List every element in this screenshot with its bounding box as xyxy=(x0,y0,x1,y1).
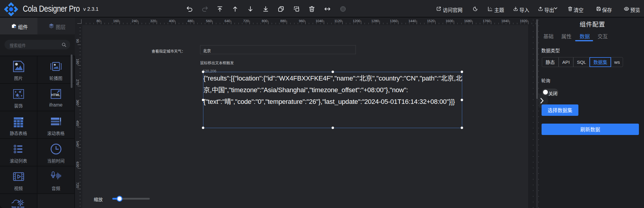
svg-text:HTML: HTML xyxy=(51,93,60,97)
